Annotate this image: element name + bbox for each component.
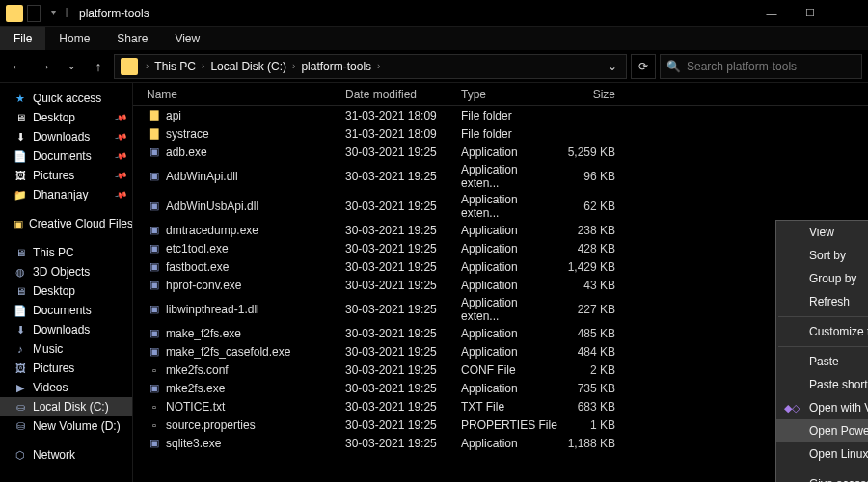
file-size: 227 KB [557,303,625,316]
file-row[interactable]: ▣fastboot.exe30-03-2021 19:25Application… [133,257,868,276]
back-button[interactable]: ← [6,55,29,78]
sidebar-item[interactable]: ⬇Downloads📌 [0,127,132,147]
file-row[interactable]: ▣libwinpthread-1.dll30-03-2021 19:25Appl… [133,294,868,324]
file-date: 30-03-2021 19:25 [345,400,461,414]
menu-open-powershell[interactable]: Open PowerShell window here [776,419,868,442]
file-name: mke2fs.exe [166,382,225,395]
address-dropdown-icon[interactable]: ⌄ [601,60,624,73]
sidebar-quick-access[interactable]: ★Quick access [0,89,132,108]
chevron-right-icon[interactable]: › [142,61,152,71]
file-row[interactable]: ▫NOTICE.txt30-03-2021 19:25TXT File683 K… [133,397,868,415]
close-button[interactable] [829,0,868,27]
chevron-right-icon[interactable]: › [288,61,299,71]
up-button[interactable]: ↑ [87,55,110,78]
menu-divider [778,469,868,469]
file-type: Application exten... [461,163,557,190]
sidebar-item[interactable]: 🖥Desktop [0,281,132,301]
breadcrumb-item[interactable]: This PC [152,60,198,73]
file-type: Application [461,260,557,274]
maximize-button[interactable]: ☐ [791,0,829,27]
sidebar-creative-cloud[interactable]: ▣Creative Cloud Files [0,214,132,233]
file-row[interactable]: ▣make_f2fs.exe30-03-2021 19:25Applicatio… [133,324,868,342]
tab-file[interactable]: File [0,27,45,50]
file-date: 30-03-2021 19:25 [345,345,461,359]
file-name: etc1tool.exe [166,242,229,255]
sidebar-item[interactable]: 📄Documents📌 [0,147,132,166]
sidebar-item[interactable]: 📁Dhananjay📌 [0,185,132,204]
search-input[interactable]: 🔍 Search platform-tools [660,54,862,79]
file-size: 485 KB [557,327,625,340]
file-row[interactable]: ▣mke2fs.exe30-03-2021 19:25Application73… [133,379,868,397]
file-row[interactable]: ▣etc1tool.exe30-03-2021 19:25Application… [133,239,868,257]
chevron-right-icon[interactable]: › [373,61,384,71]
menu-sortby[interactable]: Sort by› [776,244,868,267]
file-name: api [166,109,181,122]
file-row[interactable]: ▣make_f2fs_casefold.exe30-03-2021 19:25A… [133,342,868,361]
sidebar-item[interactable]: 🖼Pictures [0,359,132,378]
sidebar-item[interactable]: ▶Videos [0,378,132,397]
menu-groupby[interactable]: Group by› [776,267,868,290]
column-size[interactable]: Size [557,88,625,101]
file-type: Application [461,279,557,292]
sidebar-network[interactable]: ⬡Network [0,445,132,465]
file-type: Application [461,224,557,237]
menu-refresh[interactable]: Refresh [776,290,868,313]
qat-slot[interactable] [27,5,41,22]
column-name[interactable]: Name [143,88,345,101]
minimize-button[interactable]: — [752,0,791,27]
column-type[interactable]: Type [461,88,557,101]
column-date[interactable]: Date modified [345,88,461,101]
app-icon: ▣ [147,169,162,184]
file-type: CONF File [461,363,557,377]
sidebar-item[interactable]: 📄Documents [0,301,132,320]
menu-view[interactable]: View› [776,221,868,244]
forward-button[interactable]: → [33,55,56,78]
chevron-right-icon[interactable]: › [198,61,208,71]
sidebar-item[interactable]: 🖥Desktop📌 [0,108,132,127]
refresh-button[interactable]: ⟳ [631,54,656,79]
address-bar[interactable]: › This PC › Local Disk (C:) › platform-t… [114,54,627,79]
folder-icon: 📁 [14,188,27,201]
file-date: 30-03-2021 19:25 [345,437,461,450]
file-row[interactable]: ▣dmtracedump.exe30-03-2021 19:25Applicat… [133,221,868,239]
ribbon-tabs: File Home Share View [0,27,868,50]
breadcrumb-item[interactable]: platform-tools [299,60,373,73]
sidebar-item[interactable]: ⛁New Volume (D:) [0,416,132,436]
menu-paste[interactable]: Paste [776,350,868,373]
file-list-pane[interactable]: Name Date modified Type Size ▇api31-03-2… [133,83,868,482]
menu-open-vs[interactable]: ◆◇Open with Visual Studio [776,396,868,419]
sidebar-item[interactable]: 🖼Pictures📌 [0,166,132,185]
file-row[interactable]: ▫source.properties30-03-2021 19:25PROPER… [133,415,868,434]
menu-divider [778,346,868,347]
sidebar-this-pc[interactable]: 🖥This PC [0,243,132,262]
file-row[interactable]: ▣adb.exe30-03-2021 19:25Application5,259… [133,143,868,161]
menu-give-access[interactable]: Give access to› [776,472,868,482]
qat-dropdown-icon[interactable]: ▾ [46,5,60,20]
sidebar-item[interactable]: ◍3D Objects [0,262,132,281]
search-placeholder: Search platform-tools [687,60,797,73]
menu-open-linux[interactable]: Open Linux shell here [776,442,868,466]
drive-icon: ◍ [14,265,27,279]
file-row[interactable]: ▇systrace31-03-2021 18:09File folder [133,124,868,143]
file-row[interactable]: ▫mke2fs.conf30-03-2021 19:25CONF File2 K… [133,361,868,379]
folder-icon: ▣ [14,217,23,230]
file-name: source.properties [166,418,256,432]
sidebar-item[interactable]: ⬇Downloads [0,320,132,339]
breadcrumb-item[interactable]: Local Disk (C:) [208,60,288,73]
tab-share[interactable]: Share [103,27,161,50]
file-row[interactable]: ▣hprof-conv.exe30-03-2021 19:25Applicati… [133,276,868,294]
sidebar-item[interactable]: ♪Music [0,339,132,359]
folder-icon: 📄 [14,149,27,163]
menu-paste-shortcut[interactable]: Paste shortcut [776,373,868,396]
file-row[interactable]: ▣sqlite3.exe30-03-2021 19:25Application1… [133,434,868,452]
tab-home[interactable]: Home [45,27,103,50]
sidebar-item[interactable]: ⛀Local Disk (C:) [0,397,132,416]
recent-dropdown-icon[interactable]: ⌄ [60,55,83,78]
tab-view[interactable]: View [161,27,213,50]
file-row[interactable]: ▣AdbWinApi.dll30-03-2021 19:25Applicatio… [133,161,868,191]
file-type: Application [461,345,557,359]
menu-customize[interactable]: Customize this folder... [776,320,868,343]
pc-icon: 🖥 [14,246,27,259]
file-row[interactable]: ▇api31-03-2021 18:09File folder [133,106,868,124]
file-row[interactable]: ▣AdbWinUsbApi.dll30-03-2021 19:25Applica… [133,191,868,221]
